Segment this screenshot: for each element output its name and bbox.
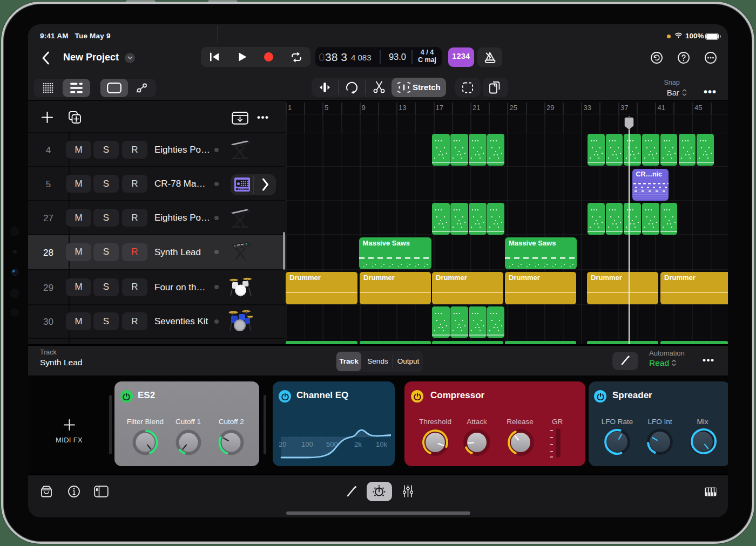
svg-text:100: 100 <box>301 440 313 448</box>
svg-text:10k: 10k <box>376 440 387 448</box>
svg-text:20: 20 <box>279 440 286 448</box>
svg-text:2k: 2k <box>354 440 362 448</box>
svg-text:500: 500 <box>326 440 338 448</box>
